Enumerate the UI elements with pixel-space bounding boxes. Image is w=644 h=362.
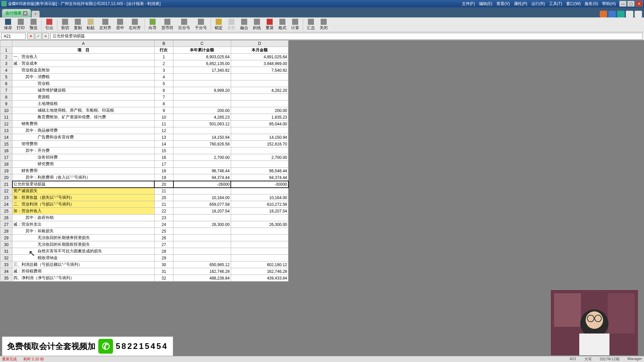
tb-recalc[interactable]: 重算 [264, 18, 276, 32]
cell[interactable] [231, 101, 288, 107]
cell[interactable]: 610,272.58 [231, 201, 288, 208]
cell[interactable] [173, 94, 231, 101]
cell[interactable]: 4 [154, 74, 173, 80]
cell[interactable]: 439,433.84 [231, 275, 288, 282]
cell[interactable]: 3 [154, 67, 173, 74]
corner-cell[interactable] [0, 41, 12, 47]
row-header[interactable]: 15 [0, 141, 12, 147]
cell[interactable]: 94,374.44 [231, 174, 288, 181]
cell[interactable]: 无法收回的长期债券投资损失 [12, 235, 154, 241]
cell[interactable]: 11 [154, 121, 173, 127]
cell[interactable]: 760,826.58 [173, 141, 231, 147]
cell[interactable]: 26 [154, 235, 173, 241]
cell[interactable]: 9,999.20 [173, 87, 231, 94]
tb-align-left[interactable]: 左对齐 [97, 18, 113, 32]
cell[interactable]: 20 [154, 194, 173, 201]
tb-align-right[interactable]: 右对齐 [127, 18, 143, 32]
cell[interactable]: 15 [154, 147, 173, 154]
cell[interactable]: 税收滞纳金 [12, 255, 154, 261]
cell[interactable] [173, 161, 231, 168]
row-header[interactable]: 35 [0, 275, 12, 282]
cell[interactable] [231, 127, 288, 134]
cell[interactable]: 22 [154, 208, 173, 215]
row-header[interactable]: 23 [0, 194, 12, 201]
cell[interactable]: 200.00 [231, 107, 288, 114]
cell[interactable]: 18,207.54 [173, 208, 231, 215]
cell[interactable]: 10,164.00 [173, 194, 231, 201]
row-header[interactable]: 31 [0, 248, 12, 255]
sheet-area[interactable]: A B C D 1 项 目 行次 本年累计金额 本月金额2 一、营业收入 1 8… [0, 40, 644, 356]
cell[interactable] [173, 215, 231, 221]
tb-align-center[interactable]: 居中 [114, 18, 126, 32]
col-header-C[interactable]: C [173, 41, 231, 47]
cell[interactable]: 1,835.23 [231, 114, 288, 121]
cell[interactable] [231, 161, 288, 168]
cell[interactable] [173, 80, 231, 87]
tb-compute[interactable]: 计算 [289, 18, 301, 32]
cell[interactable]: 650,985.12 [173, 261, 231, 268]
cell[interactable]: 1 [154, 54, 173, 60]
row-header[interactable]: 18 [0, 161, 12, 168]
cell[interactable]: 16 [154, 154, 173, 161]
tb-save[interactable]: 保存 [2, 18, 14, 32]
cell[interactable]: 602,180.12 [231, 261, 288, 268]
cancel-formula-button[interactable]: ✕ [28, 33, 34, 40]
tb-percent[interactable]: 百分号 [176, 18, 192, 32]
cell[interactable] [173, 228, 231, 235]
row-header[interactable]: 29 [0, 235, 12, 241]
cell[interactable] [231, 215, 288, 221]
row-header[interactable]: 13 [0, 127, 12, 134]
row-header[interactable]: 6 [0, 80, 12, 87]
cell[interactable]: 加：投资收益（损失以"-"号填列） [12, 194, 154, 201]
cell[interactable]: 销售费用 [12, 121, 154, 127]
cell[interactable] [173, 241, 231, 248]
cell[interactable]: 2,700.00 [173, 154, 231, 161]
cell[interactable]: 加：营业外收入 [12, 208, 154, 215]
col-header-A[interactable]: A [12, 41, 154, 47]
cell[interactable]: 8 [154, 101, 173, 107]
cell[interactable]: 教育费附加、矿产资源补偿费、排污费 [12, 114, 154, 121]
row-header[interactable]: 33 [0, 261, 12, 268]
cell[interactable]: 财务费用 [12, 168, 154, 174]
menu-run[interactable]: 运行(R) [531, 1, 545, 7]
tb-close[interactable]: 关闭 [318, 18, 330, 32]
tab-report[interactable]: 会计报表 ✕ [2, 9, 31, 17]
tb-copy[interactable]: 复制 [72, 18, 84, 32]
row-header[interactable]: 3 [0, 60, 12, 67]
tb-currency[interactable]: 货币符 [159, 18, 175, 32]
col-header-B[interactable]: B [154, 41, 173, 47]
row-header[interactable]: 4 [0, 67, 12, 74]
cell[interactable]: 7,540.92 [231, 67, 288, 74]
cell[interactable]: 501,063.12 [173, 121, 231, 127]
cell[interactable]: 其中：开办费 [12, 147, 154, 154]
cell[interactable]: 其中：利息费用（收入以"-"号填列） [12, 174, 154, 181]
cell[interactable]: 14 [154, 141, 173, 147]
cell[interactable] [231, 94, 288, 101]
cell[interactable]: 其中：政府补助 [12, 215, 154, 221]
cell[interactable]: 162,746.28 [231, 268, 288, 275]
tb-slash[interactable]: 斜线 [251, 18, 263, 32]
cell[interactable]: 4,891,025.64 [231, 54, 288, 60]
minimize-button[interactable]: — [619, 1, 627, 7]
cell[interactable]: 6 [154, 87, 173, 94]
cell[interactable]: 无法收回的长期股权投资损失 [12, 241, 154, 248]
cell[interactable]: 96,746.44 [173, 168, 231, 174]
cell[interactable]: 广告费和业务宣传费 [12, 134, 154, 141]
menu-service[interactable]: 服务(S) [585, 1, 598, 7]
cell[interactable]: 3,948,969.00 [231, 60, 288, 67]
cell[interactable]: 21 [154, 201, 173, 208]
cell[interactable]: 162,746.28 [173, 268, 231, 275]
cell[interactable]: 96,546.44 [231, 168, 288, 174]
cell[interactable]: 资产减值损失 [12, 188, 154, 194]
cell[interactable]: 31 [154, 268, 173, 275]
cell[interactable]: 17 [154, 161, 173, 168]
cell[interactable]: 29 [154, 255, 173, 261]
row-header[interactable]: 34 [0, 268, 12, 275]
cell[interactable] [231, 255, 288, 261]
row-header[interactable]: 17 [0, 154, 12, 161]
menu-window[interactable]: 窗口(W) [566, 1, 581, 7]
cell-reference[interactable] [1, 33, 25, 40]
menu-property[interactable]: 属性(P) [514, 1, 527, 7]
tb-preview[interactable]: 预览 [28, 18, 40, 32]
cell[interactable]: 2 [154, 60, 173, 67]
